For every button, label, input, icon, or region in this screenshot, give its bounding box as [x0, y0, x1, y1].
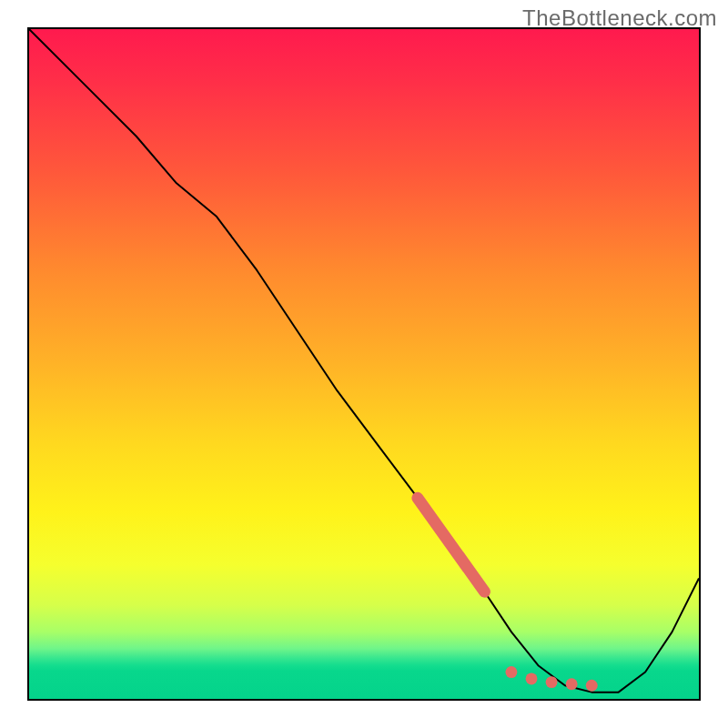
highlight-dot — [505, 666, 517, 678]
bottleneck-curve — [29, 29, 699, 693]
plot-area — [27, 27, 701, 701]
highlight-dot — [586, 680, 598, 692]
chart-overlay — [29, 29, 699, 699]
highlight-dot — [526, 672, 538, 684]
watermark-text: TheBottleneck.com — [522, 5, 717, 31]
highlight-segment — [418, 498, 485, 592]
highlight-dots — [505, 666, 597, 692]
highlight-dot — [566, 678, 578, 690]
highlight-dot — [546, 676, 558, 688]
chart-frame: TheBottleneck.com — [0, 0, 728, 728]
